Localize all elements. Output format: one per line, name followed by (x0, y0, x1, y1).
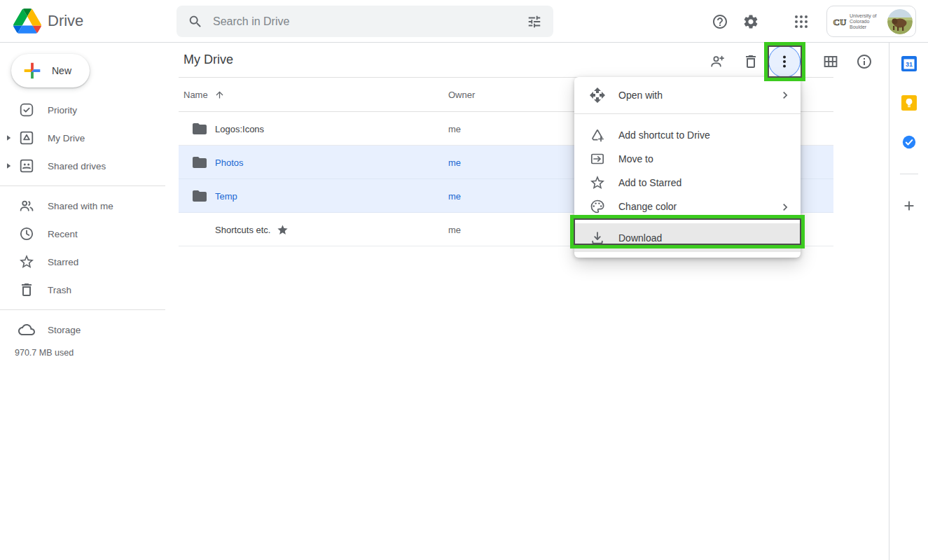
menu-divider (574, 113, 801, 114)
expand-arrow-icon[interactable] (5, 134, 12, 141)
download-icon (589, 230, 606, 246)
sidebar-item-priority[interactable]: Priority (0, 96, 165, 124)
column-header-name[interactable]: Name (183, 90, 225, 100)
menu-item-add-to-starred[interactable]: Add to Starred (574, 171, 801, 195)
remove-trash-icon[interactable] (742, 53, 759, 70)
menu-item-move-to[interactable]: Move to (574, 147, 801, 171)
new-plus-icon (20, 59, 44, 83)
side-panel-rail: 31 (889, 43, 928, 560)
sidebar-divider (0, 309, 165, 310)
open-with-icon (589, 87, 606, 104)
cu-logo: CU (832, 15, 847, 28)
menu-item-download[interactable]: Download (574, 223, 801, 252)
search-options-icon[interactable] (527, 14, 542, 29)
sidebar-item-shared-with-me[interactable]: Shared with me (0, 192, 165, 220)
move-to-folder-icon (589, 150, 606, 167)
drive-logo[interactable]: Drive (13, 8, 83, 34)
cloud-storage-icon (18, 321, 35, 338)
storage-used-label: 970.7 MB used (0, 348, 165, 358)
submenu-chevron-icon (778, 200, 792, 214)
info-icon[interactable] (856, 53, 873, 70)
search-icon[interactable] (188, 14, 203, 29)
menu-item-open-with[interactable]: Open with (574, 83, 801, 108)
sidebar-item-shared-drives[interactable]: Shared drives (0, 152, 165, 180)
sidebar-divider (0, 186, 165, 186)
owner-label: me (448, 213, 461, 246)
expand-arrow-icon[interactable] (5, 162, 12, 169)
google-tasks-icon[interactable] (901, 134, 917, 150)
more-actions-button[interactable] (768, 46, 801, 78)
starred-star-icon (277, 224, 289, 236)
new-button[interactable]: New (11, 54, 90, 88)
google-apps-grid-icon[interactable] (793, 13, 810, 30)
add-addon-plus-icon[interactable] (901, 198, 917, 214)
sidebar-item-storage[interactable]: Storage (0, 316, 165, 344)
owner-label: me (448, 179, 461, 213)
menu-item-add-shortcut[interactable]: Add shortcut to Drive (574, 123, 801, 147)
palette-icon (589, 198, 606, 215)
svg-text:31: 31 (905, 61, 912, 68)
sidebar-item-my-drive[interactable]: My Drive (0, 124, 165, 152)
add-shortcut-to-drive-icon (589, 127, 606, 144)
more-vert-icon (776, 53, 793, 70)
settings-gear-icon[interactable] (742, 13, 759, 30)
shared-with-me-icon (18, 197, 35, 214)
help-icon[interactable] (712, 13, 728, 30)
drive-logo-icon (13, 8, 41, 34)
star-outline-icon (18, 253, 35, 270)
svg-text:CU: CU (833, 17, 847, 27)
grid-view-icon[interactable] (822, 53, 839, 70)
share-person-add-icon[interactable] (709, 53, 726, 70)
menu-item-change-color[interactable]: Change color (574, 195, 801, 218)
owner-label: me (448, 112, 461, 146)
my-drive-icon (18, 130, 35, 146)
submenu-chevron-icon (778, 88, 792, 102)
star-outline-icon (589, 174, 606, 191)
left-sidebar: New Priority My Drive (0, 43, 165, 560)
owner-label: me (448, 146, 461, 179)
org-name: University of Colorado Boulder (850, 13, 885, 30)
account-chip[interactable]: CU University of Colorado Boulder (826, 6, 916, 37)
trash-icon (18, 281, 35, 298)
page-title[interactable]: My Drive (183, 52, 233, 67)
sidebar-item-starred[interactable]: Starred (0, 248, 165, 276)
folder-icon (191, 120, 208, 137)
search-bar[interactable] (176, 6, 553, 37)
column-header-owner[interactable]: Owner (448, 90, 475, 100)
folder-icon (191, 188, 208, 204)
rail-divider (900, 174, 918, 174)
top-app-bar: Drive CU University of Colorado Boulde (0, 0, 928, 43)
google-keep-icon[interactable] (901, 95, 917, 111)
avatar[interactable] (887, 9, 913, 34)
sidebar-item-trash[interactable]: Trash (0, 276, 165, 304)
app-title: Drive (48, 12, 83, 30)
sidebar-item-recent[interactable]: Recent (0, 220, 165, 248)
context-menu: Open with Add shortcut to Drive Move to (574, 77, 801, 258)
recent-clock-icon (18, 225, 35, 242)
google-calendar-icon[interactable]: 31 (901, 56, 917, 71)
priority-icon (18, 102, 35, 118)
search-input[interactable] (213, 15, 527, 28)
folder-icon (191, 154, 208, 171)
shared-drives-icon (18, 158, 35, 174)
sort-ascending-arrow-icon[interactable] (214, 90, 225, 100)
